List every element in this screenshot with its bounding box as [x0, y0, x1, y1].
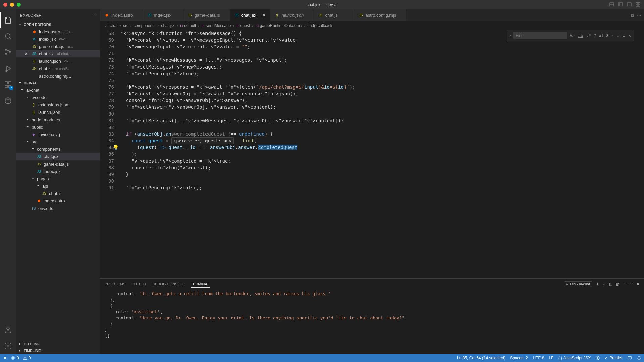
notifications-icon[interactable]: [637, 356, 641, 360]
new-terminal-icon[interactable]: ＋: [596, 282, 599, 287]
match-case-icon[interactable]: Aa: [569, 32, 575, 40]
folder-item[interactable]: pages: [16, 175, 100, 182]
code-line[interactable]: "fn">setPending("k">true);: [120, 70, 644, 77]
open-editor-item[interactable]: ✕{}launch.jsonai-...: [16, 57, 100, 65]
breadcrumb-item[interactable]: chat.jsx: [161, 23, 175, 28]
file-item[interactable]: {}launch.json: [16, 108, 100, 116]
find-input[interactable]: [513, 32, 567, 39]
find-expand-icon[interactable]: ›: [509, 32, 511, 39]
folder-item[interactable]: public: [16, 123, 100, 131]
panel-toggle-icon[interactable]: [609, 2, 614, 8]
find-prev-icon[interactable]: ↑: [610, 32, 614, 40]
editor-tab[interactable]: JSgame-data.js✕: [183, 9, 230, 21]
terminal-dropdown-icon[interactable]: ⌄: [603, 282, 606, 286]
find-next-icon[interactable]: ↓: [616, 32, 620, 40]
outline-section[interactable]: OUTLINE: [16, 341, 100, 347]
encoding[interactable]: UTF-8: [533, 356, 544, 360]
split-terminal-icon[interactable]: ◫: [609, 282, 612, 286]
folder-item[interactable]: .vscode: [16, 94, 100, 101]
project-section[interactable]: DEV-AI: [16, 80, 100, 86]
folder-item[interactable]: src: [16, 138, 100, 145]
file-item[interactable]: TSenv.d.ts: [16, 205, 100, 212]
sidebar-toggle-icon[interactable]: [618, 2, 623, 8]
close-tab-icon[interactable]: ✕: [262, 13, 266, 18]
code-line[interactable]: console."fn">log("v">answerObj."v">answe…: [120, 97, 644, 104]
breadcrumb-item[interactable]: ⊡ quest: [236, 23, 250, 28]
code-line[interactable]: "fn">setMessages([..."v">newMessages, "v…: [120, 117, 644, 124]
open-editors-section[interactable]: OPEN EDITORS: [16, 21, 100, 28]
folder-item[interactable]: ai-chat: [16, 86, 100, 94]
code-line[interactable]: [120, 124, 644, 131]
maximize-panel-icon[interactable]: ⌃: [630, 282, 633, 286]
open-editor-item[interactable]: ✕JSchat.jsxai-chat...: [16, 50, 100, 57]
find-close-icon[interactable]: ✕: [628, 32, 632, 40]
open-editor-item[interactable]: ✕JSgame-data.jsa...: [16, 43, 100, 50]
code-content[interactable]: "k">async "k">function "fn">sendMessage(…: [120, 30, 644, 278]
terminal-selector[interactable]: ▸ zsh - ai-chat: [564, 281, 592, 287]
breadcrumb[interactable]: ai-chat›src›components›chat.jsx›⊡ defaul…: [100, 21, 644, 30]
breadcrumb-item[interactable]: src: [123, 23, 128, 28]
open-editor-item[interactable]: ✕JSindex.jsxai-c...: [16, 35, 100, 43]
eol[interactable]: LF: [549, 356, 554, 360]
language-mode[interactable]: { } JavaScript JSX: [558, 356, 591, 360]
code-line[interactable]: }: [120, 171, 644, 178]
file-item[interactable]: JSchat.js: [16, 190, 100, 197]
code-line[interactable]: [120, 77, 644, 84]
code-line[interactable]: if (answerObj.answer.completedQuest !== …: [120, 131, 644, 137]
output-tab[interactable]: OUTPUT: [131, 281, 146, 287]
breadcrumb-item[interactable]: ⊡ sendMessage: [201, 23, 231, 28]
errors-count[interactable]: 0: [11, 356, 19, 360]
breadcrumb-item[interactable]: ai-chat: [105, 23, 118, 28]
editor-tab[interactable]: JSchat.jsx✕: [230, 9, 270, 21]
open-editor-item[interactable]: ✕astro.config.mj...: [16, 72, 100, 80]
breadcrumb-item[interactable]: ⊡ gameRuntimeData.quests.find() callback: [256, 23, 332, 28]
account-activity[interactable]: [0, 322, 16, 338]
find-filter-icon[interactable]: ≡: [622, 32, 626, 40]
maximize-window-icon[interactable]: [17, 3, 21, 7]
editor-body[interactable]: 6869707172737475767778798081828384858687…: [100, 30, 644, 278]
secondary-sidebar-icon[interactable]: [627, 2, 632, 8]
breadcrumb-item[interactable]: ⊡ default: [180, 23, 196, 28]
layout-customize-icon[interactable]: [635, 2, 641, 8]
code-line[interactable]: "k">const "v">answerObj = "k">await "v">…: [120, 90, 644, 97]
code-line[interactable]: "fn">setPending("k">false);: [120, 184, 644, 191]
problems-tab[interactable]: PROBLEMS: [105, 281, 125, 287]
editor-tab[interactable]: JSchat.js✕: [314, 9, 354, 21]
folder-item[interactable]: components: [16, 145, 100, 153]
editor-tab[interactable]: {}launch.json✕: [270, 9, 314, 21]
editor-tab[interactable]: ⬢index.astro✕: [100, 9, 143, 21]
code-line[interactable]: "v">quest."v">completed = "k">true;: [120, 157, 644, 164]
remote-indicator[interactable]: [3, 356, 7, 360]
code-line[interactable]: const quest = (parameter) quest: any fin…: [120, 137, 644, 144]
code-line[interactable]: "v">messageInput."v">current."v">value =…: [120, 43, 644, 50]
editor-tab[interactable]: JSastro.config.mjs✕: [354, 9, 406, 21]
kill-terminal-icon[interactable]: 🗑: [616, 282, 619, 286]
debug-console-tab[interactable]: DEBUG CONSOLE: [152, 281, 185, 287]
source-control-activity[interactable]: [0, 44, 16, 60]
cursor-position[interactable]: Ln 85, Col 64 (14 selected): [457, 356, 505, 360]
close-window-icon[interactable]: [3, 3, 7, 7]
code-line[interactable]: console."fn">log("v">quest);: [120, 164, 644, 171]
explorer-activity[interactable]: [0, 12, 16, 28]
open-editor-item[interactable]: ✕⬢index.astroai-c...: [16, 28, 100, 35]
indentation[interactable]: Spaces: 2: [510, 356, 528, 360]
regex-icon[interactable]: .*: [586, 32, 592, 40]
code-line[interactable]: "k">const "v">newMessages = [..."v">mess…: [120, 57, 644, 63]
close-panel-icon[interactable]: ✕: [636, 282, 639, 286]
file-item[interactable]: ◆favicon.svg: [16, 131, 100, 138]
editor-tab[interactable]: JSindex.jsx✕: [143, 9, 183, 21]
code-line[interactable]: 💡 (quest) => quest.id === answerObj.answ…: [120, 144, 644, 151]
terminal-tab[interactable]: TERMINAL: [191, 281, 210, 288]
code-line[interactable]: [120, 50, 644, 57]
file-item[interactable]: {}extensions.json: [16, 101, 100, 108]
live-share-icon[interactable]: [595, 356, 600, 360]
prettier-status[interactable]: ✓ Prettier: [605, 356, 623, 360]
file-item[interactable]: JSindex.jsx: [16, 168, 100, 175]
match-word-icon[interactable]: ab: [578, 32, 584, 40]
extensions-activity[interactable]: 7: [0, 77, 16, 93]
code-line[interactable]: "fn">setAnswer("v">answerObj."v">answer.…: [120, 104, 644, 110]
file-item[interactable]: ⬢index.astro: [16, 197, 100, 205]
file-item[interactable]: JSgame-data.js: [16, 160, 100, 168]
settings-activity[interactable]: [0, 338, 16, 354]
terminal-more-icon[interactable]: ⋯: [623, 282, 627, 286]
